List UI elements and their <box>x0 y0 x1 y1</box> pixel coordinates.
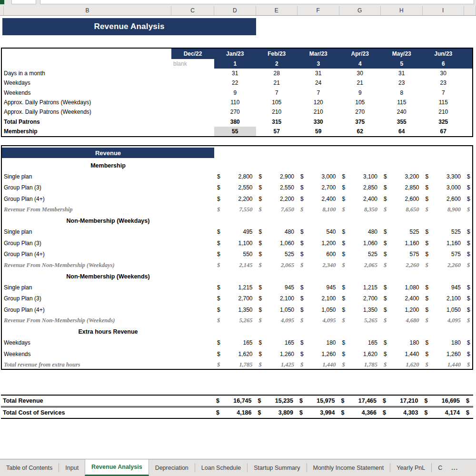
money-cell[interactable]: $1,620 <box>214 348 256 359</box>
money-cell[interactable]: $1,440 <box>423 359 465 370</box>
month-header-cell[interactable]: Jun/23 <box>423 49 465 59</box>
money-cell[interactable]: $1,050 <box>423 304 465 315</box>
column-header-H[interactable]: H <box>381 6 423 15</box>
row-label[interactable]: Group Plan (4+) <box>2 193 171 204</box>
money-cell[interactable]: $1,785 <box>214 359 256 370</box>
value-cell[interactable]: 31 <box>298 69 339 78</box>
row-label[interactable]: Weekends <box>2 348 171 359</box>
money-cell[interactable]: $2,550 <box>214 182 256 193</box>
money-cell[interactable]: $17,210 <box>380 396 422 406</box>
empty-cell[interactable] <box>171 193 214 204</box>
sheet-tab-startup-summary[interactable]: Startup Summary <box>248 459 306 476</box>
money-cell[interactable]: $8,650 <box>381 204 423 215</box>
empty-cell[interactable] <box>171 127 214 136</box>
section-header[interactable]: Non-Membership (Weekends) <box>2 271 214 282</box>
empty-cell[interactable] <box>171 117 214 126</box>
money-cell[interactable]: $3,809 <box>255 407 297 418</box>
row-label[interactable]: Single plan <box>2 171 171 182</box>
value-cell[interactable]: 7 <box>256 88 298 98</box>
money-cell[interactable]: $1,050 <box>298 304 339 315</box>
column-header-B[interactable]: B <box>4 6 171 15</box>
money-cell[interactable]: $525 <box>339 248 381 259</box>
money-cell[interactable]: $1,620 <box>381 359 423 370</box>
empty-cell[interactable] <box>171 107 214 117</box>
money-cell[interactable]: $1,100 <box>214 238 256 248</box>
sheet-tab-depreciation[interactable]: Depreciation <box>149 459 195 476</box>
money-cell[interactable]: $4,680 <box>381 315 423 326</box>
money-cell[interactable]: $2,700 <box>298 182 339 193</box>
row-label[interactable]: Weekdays <box>2 337 171 348</box>
month-number-cell[interactable]: 5 <box>381 59 423 69</box>
formula-bar[interactable] <box>40 0 474 4</box>
sheet-tab-input[interactable]: Input <box>59 459 85 476</box>
empty-cell[interactable] <box>464 107 472 117</box>
money-cell[interactable]: $3,200 <box>381 171 423 182</box>
row-label[interactable]: Total Patrons <box>2 117 171 126</box>
money-cell[interactable]: $3,100 <box>339 171 381 182</box>
money-cell[interactable]: $525 <box>381 227 423 238</box>
money-cell[interactable]: $4,095 <box>298 315 339 326</box>
money-cell[interactable]: $2,400 <box>381 293 423 304</box>
value-cell[interactable]: 270 <box>214 107 256 117</box>
money-cell[interactable]: $2,260 <box>381 260 423 271</box>
money-cell[interactable]: $2,900 <box>256 171 298 182</box>
month-number-cell[interactable]: 1 <box>214 59 256 69</box>
money-cell[interactable]: $1,080 <box>381 282 423 293</box>
empty-cell[interactable] <box>464 69 472 78</box>
money-cell[interactable]: $1,350 <box>214 304 256 315</box>
money-cell[interactable]: $2,065 <box>339 260 381 271</box>
row-label[interactable]: Single plan <box>2 282 171 293</box>
money-cell[interactable]: $3,994 <box>297 407 338 418</box>
money-cell[interactable]: $1,200 <box>298 238 339 248</box>
money-cell[interactable]: $945 <box>298 282 339 293</box>
value-cell[interactable]: 210 <box>423 107 465 117</box>
row-label[interactable]: Membership <box>2 127 171 136</box>
month-header-prior[interactable]: Dec/22 <box>171 49 214 59</box>
money-cell[interactable]: $575 <box>423 248 465 259</box>
money-cell[interactable]: $480 <box>339 227 381 238</box>
row-label[interactable]: Group Plan (4+) <box>2 304 171 315</box>
money-cell[interactable]: $1,060 <box>256 238 298 248</box>
value-cell[interactable]: 31 <box>214 69 256 78</box>
row-label[interactable]: Single plan <box>2 227 171 238</box>
empty-cell[interactable] <box>171 248 214 259</box>
row-label[interactable]: Weekdays <box>2 78 171 88</box>
money-cell[interactable]: $1,050 <box>256 304 298 315</box>
value-cell[interactable]: 105 <box>256 98 298 107</box>
section-header[interactable]: Extra hours Revenue <box>2 326 214 337</box>
money-cell[interactable]: $180 <box>298 337 339 348</box>
empty-cell[interactable] <box>171 260 214 271</box>
month-header-cell[interactable]: Apr/23 <box>339 49 381 59</box>
value-cell[interactable]: 355 <box>381 117 423 126</box>
money-cell[interactable]: $4,303 <box>380 407 422 418</box>
row-label[interactable]: Group Plan (3) <box>2 293 171 304</box>
money-cell[interactable]: $2,700 <box>214 293 256 304</box>
row-label[interactable]: Revenue From Membership <box>2 204 171 215</box>
money-cell[interactable]: $3,000 <box>423 182 465 193</box>
money-cell[interactable]: $2,550 <box>256 182 298 193</box>
money-cell[interactable]: $2,850 <box>381 182 423 193</box>
column-header-sliver[interactable] <box>464 6 476 15</box>
money-cell[interactable]: $4,095 <box>423 315 465 326</box>
money-cell[interactable]: $2,145 <box>214 260 256 271</box>
money-cell[interactable]: $4,366 <box>338 407 380 418</box>
value-cell[interactable]: 23 <box>423 78 465 88</box>
value-cell[interactable]: 62 <box>339 127 381 136</box>
value-cell[interactable]: 325 <box>423 117 465 126</box>
money-cell[interactable]: $3,300 <box>423 171 465 182</box>
sheet-tab-loan-schedule[interactable]: Loan Schedule <box>195 459 247 476</box>
sheet-tab-table-of-contents[interactable]: Table of Contents <box>0 459 59 476</box>
month-number-cell[interactable]: 6 <box>423 59 465 69</box>
empty-cell[interactable] <box>464 88 472 98</box>
empty-cell[interactable] <box>171 282 214 293</box>
money-cell[interactable]: $3,000 <box>298 171 339 182</box>
value-cell[interactable]: 330 <box>298 117 339 126</box>
empty-cell[interactable] <box>2 49 171 59</box>
money-cell[interactable]: $1,200 <box>381 304 423 315</box>
money-cell[interactable]: $7,550 <box>214 204 256 215</box>
sheet-tab-monthly-income-statement[interactable]: Monthly Income Statement <box>307 459 390 476</box>
value-cell[interactable]: 375 <box>339 117 381 126</box>
money-cell[interactable]: $2,065 <box>256 260 298 271</box>
money-cell[interactable]: $1,425 <box>256 359 298 370</box>
value-cell[interactable]: 120 <box>298 98 339 107</box>
